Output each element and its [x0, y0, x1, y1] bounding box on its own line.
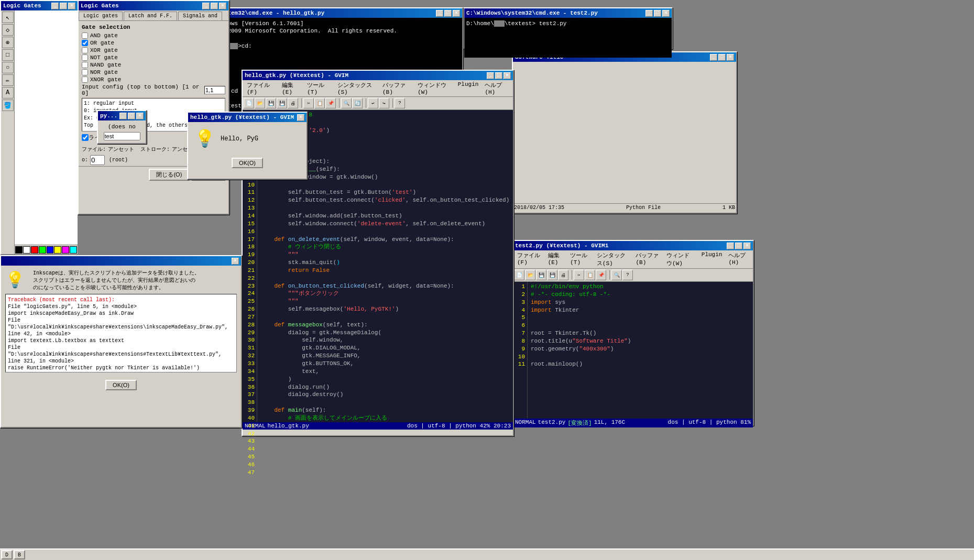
tb-help[interactable]: ?: [395, 98, 405, 108]
test2-menu-tool[interactable]: ツール(T): [567, 251, 594, 268]
cmd2-close[interactable]: ×: [662, 10, 670, 17]
inkscape-close[interactable]: ×: [68, 3, 75, 9]
tb-save[interactable]: 💾: [266, 98, 276, 108]
input-config-field[interactable]: [204, 86, 225, 94]
test2-tb-find[interactable]: 🔍: [611, 270, 622, 280]
tool-zoom[interactable]: ⊕: [2, 37, 14, 48]
test2-menu-plugin[interactable]: Plugin: [698, 251, 726, 268]
py-test-close[interactable]: ×: [136, 113, 144, 119]
tb-undo[interactable]: ↩: [368, 98, 378, 108]
menu-help[interactable]: ヘルプ(H): [481, 81, 512, 96]
inkscape-error-close[interactable]: ×: [232, 258, 239, 265]
cmd1-maximize[interactable]: □: [444, 10, 452, 17]
tab-latch[interactable]: Latch and F.F.: [124, 12, 177, 20]
inkscape-canvas[interactable]: [15, 10, 78, 254]
test2-tb-save[interactable]: 💾: [536, 270, 546, 280]
close-button[interactable]: ×: [219, 3, 226, 9]
xnor-gate-checkbox[interactable]: [82, 76, 88, 83]
tool-circle[interactable]: ○: [2, 62, 14, 73]
cmd2-minimize[interactable]: _: [645, 10, 653, 17]
tb-new[interactable]: 📄: [244, 98, 254, 108]
test2-menu-buffer[interactable]: バッファ(B): [632, 251, 663, 268]
live-preview-checkbox[interactable]: [82, 134, 89, 141]
color-white[interactable]: [23, 246, 30, 254]
tb-print[interactable]: 🖨: [288, 98, 298, 108]
gvim-minimize[interactable]: _: [487, 72, 494, 79]
tool-text[interactable]: A: [2, 87, 14, 98]
menu-buffer[interactable]: バッファ(B): [379, 81, 414, 96]
nand-gate-checkbox[interactable]: [82, 62, 88, 68]
tb-open[interactable]: 📂: [255, 98, 265, 108]
menu-plugin[interactable]: Plugin: [455, 81, 482, 96]
tool-node[interactable]: ◇: [2, 24, 14, 36]
test2-tb-save2[interactable]: 💾: [547, 270, 557, 280]
maximize-button[interactable]: □: [211, 3, 218, 9]
menu-edit[interactable]: 編集(E): [279, 81, 304, 96]
tab-signals[interactable]: Signals and: [178, 12, 222, 20]
gvim-maximize[interactable]: □: [495, 72, 502, 79]
test2-tb-cut[interactable]: ✂: [574, 270, 584, 280]
test2-menu-window[interactable]: ウィンドウ(W): [663, 251, 698, 268]
test2-menu-help[interactable]: ヘルプ(H): [725, 251, 752, 268]
nor-gate-checkbox[interactable]: [82, 69, 88, 75]
color-red[interactable]: [31, 246, 38, 254]
menu-syntax[interactable]: シンタックス(S): [334, 81, 379, 96]
and-gate-checkbox[interactable]: [82, 32, 88, 39]
tb-paste[interactable]: 📌: [325, 98, 336, 108]
tb-save2[interactable]: 💾: [277, 98, 287, 108]
minimize-button[interactable]: _: [202, 3, 210, 9]
test2-tb-help[interactable]: ?: [622, 270, 633, 280]
menu-file[interactable]: ファイル(F): [244, 81, 279, 96]
color-black[interactable]: [15, 246, 23, 254]
color-magenta[interactable]: [62, 246, 69, 254]
tool-fill[interactable]: 🪣: [2, 100, 14, 111]
hello-close[interactable]: ×: [297, 114, 304, 121]
test2-tb-paste[interactable]: 📌: [596, 270, 606, 280]
color-blue[interactable]: [47, 246, 54, 254]
tb-replace[interactable]: 🔄: [352, 98, 363, 108]
inkscape-error-ok[interactable]: OK(O): [105, 380, 137, 390]
xor-gate-checkbox[interactable]: [82, 47, 88, 53]
taskbar-btn-2[interactable]: B: [14, 550, 25, 559]
test2-tb-new[interactable]: 📄: [514, 270, 524, 280]
test2-menu-edit[interactable]: 編集(E): [545, 251, 567, 268]
test2-maximize[interactable]: □: [735, 243, 742, 249]
tab-logic-gates[interactable]: Logic gates: [79, 12, 123, 20]
sw-minimize[interactable]: _: [710, 54, 717, 61]
test2-code-area[interactable]: 12345 678910 11 #!/usr/bin/env python # …: [513, 282, 753, 419]
or-gate-checkbox[interactable]: [82, 40, 88, 46]
tool-rect[interactable]: □: [2, 49, 14, 61]
test2-menu-file[interactable]: ファイル(F): [514, 251, 545, 268]
sw-maximize[interactable]: □: [718, 54, 726, 61]
test2-menu-syntax[interactable]: シンタックス(S): [594, 251, 633, 268]
tb-find[interactable]: 🔍: [341, 98, 352, 108]
menu-window[interactable]: ウィンドウ(W): [414, 81, 455, 96]
gvim-close[interactable]: ×: [504, 72, 511, 79]
cmd1-close[interactable]: ×: [453, 10, 460, 17]
py-test-input[interactable]: [104, 132, 140, 140]
menu-tool[interactable]: ツール(T): [304, 81, 334, 96]
cmd1-minimize[interactable]: _: [436, 10, 443, 17]
opacity-field[interactable]: [90, 155, 105, 165]
color-green[interactable]: [39, 246, 46, 254]
test2-close[interactable]: ×: [743, 243, 751, 249]
inkscape-maximize[interactable]: □: [60, 3, 67, 9]
close-btn[interactable]: 閉じる(O): [149, 169, 189, 181]
py-test-minimize[interactable]: _: [119, 113, 127, 119]
sw-close[interactable]: ×: [727, 54, 734, 61]
color-yellow[interactable]: [54, 246, 61, 254]
tb-copy[interactable]: 📋: [314, 98, 325, 108]
test2-tb-print[interactable]: 🖨: [558, 270, 568, 280]
tb-redo[interactable]: ↪: [379, 98, 389, 108]
tool-pen[interactable]: ✏: [2, 74, 14, 86]
test2-minimize[interactable]: _: [727, 243, 734, 249]
dialog-ok-button[interactable]: OK(O): [232, 158, 263, 168]
py-test-maximize[interactable]: □: [128, 113, 135, 119]
taskbar-btn-1[interactable]: D: [1, 550, 13, 559]
test2-tb-open[interactable]: 📂: [525, 270, 535, 280]
color-cyan[interactable]: [70, 246, 77, 254]
tb-cut[interactable]: ✂: [303, 98, 314, 108]
tool-select[interactable]: ↖: [2, 12, 14, 23]
inkscape-minimize[interactable]: _: [51, 3, 59, 9]
not-gate-checkbox[interactable]: [82, 54, 88, 61]
